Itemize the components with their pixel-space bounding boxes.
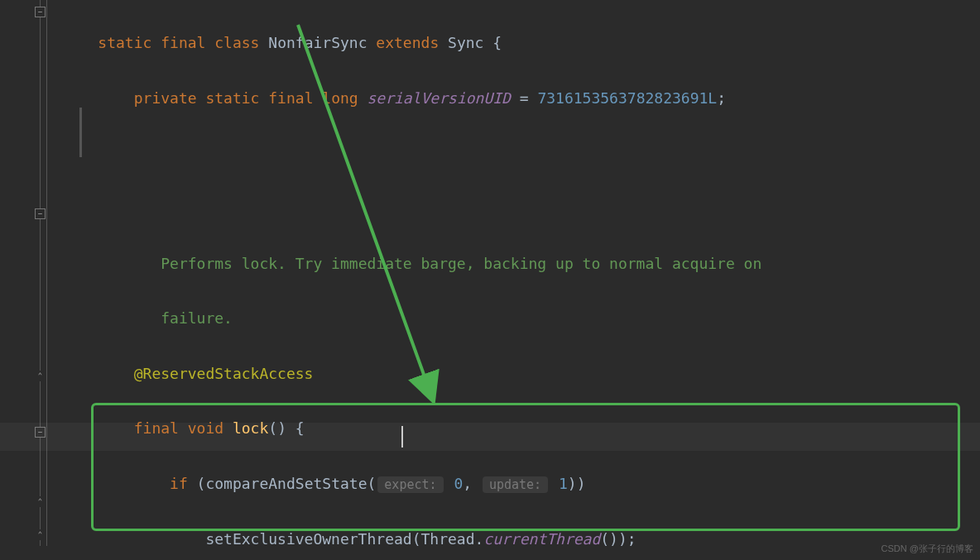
param-hint: update: xyxy=(483,476,548,493)
code-line: @ReservedStackAccess xyxy=(62,360,771,387)
blank-line xyxy=(62,139,771,166)
blank-line xyxy=(62,194,771,222)
gutter-line xyxy=(40,0,41,546)
code-line: setExclusiveOwnerThread(Thread.currentTh… xyxy=(62,525,771,553)
code-line: static final class NonfairSync extends S… xyxy=(62,29,771,56)
fold-icon[interactable]: − xyxy=(35,7,46,17)
editor-gutter: − − ⌃ − ⌃ ⌃ xyxy=(0,0,58,560)
fold-icon[interactable]: − xyxy=(35,208,46,219)
fold-icon[interactable]: ⌃ xyxy=(35,529,46,540)
code-line: private static final long serialVersionU… xyxy=(62,84,771,112)
code-line: final void lock() { xyxy=(62,414,771,442)
watermark: CSDN @张子行的博客 xyxy=(882,540,973,557)
doc-comment: failure. xyxy=(62,304,771,332)
fold-icon[interactable]: ⌃ xyxy=(35,371,46,381)
code-line: if (compareAndSetState(expect: 0, update… xyxy=(62,470,771,497)
gutter-line-2 xyxy=(46,0,47,546)
doc-gutter-bar xyxy=(79,108,82,157)
code-area[interactable]: static final class NonfairSync extends S… xyxy=(62,2,771,560)
doc-comment: Performs lock. Try immediate barge, back… xyxy=(62,250,771,277)
fold-icon[interactable]: ⌃ xyxy=(35,496,46,507)
param-hint: expect: xyxy=(377,476,443,493)
